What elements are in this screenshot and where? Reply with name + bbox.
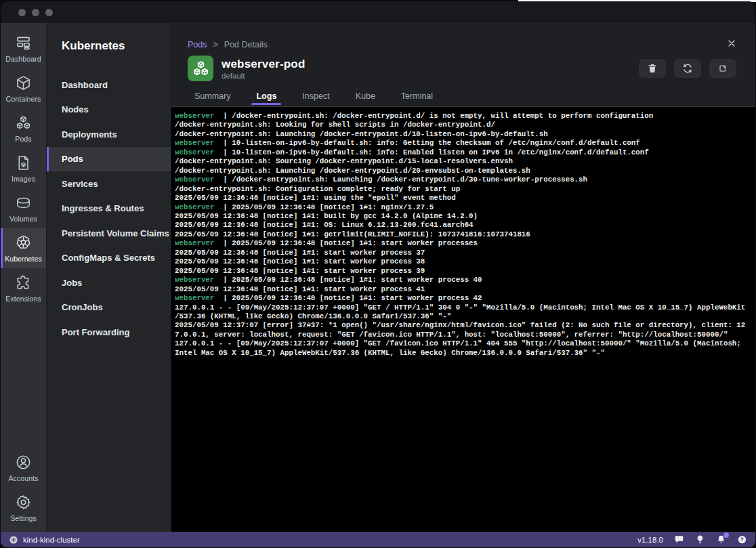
pod-details-header: Pods > Pod Details webserver-pod default… xyxy=(171,23,755,106)
log-line: webserver | /docker-entrypoint.sh: /dock… xyxy=(175,112,753,121)
log-line: webserver | 2025/05/09 12:36:48 [notice]… xyxy=(175,276,753,284)
square-icon xyxy=(717,63,728,74)
sidebar-section-title: Kubernetes xyxy=(47,39,171,53)
log-line: webserver | 2025/05/09 12:36:48 [notice]… xyxy=(175,203,753,212)
settings-icon xyxy=(15,494,32,511)
accounts-icon xyxy=(15,454,32,471)
tab-inspect[interactable]: Inspect xyxy=(302,85,329,107)
restart-pod-button[interactable] xyxy=(674,59,701,78)
log-line: 2025/05/09 12:36:48 [notice] 1#1: start … xyxy=(175,285,753,294)
log-line: /docker-entrypoint.sh: Configuration com… xyxy=(175,185,753,194)
log-line: webserver | 10-listen-on-ipv6-by-default… xyxy=(175,148,753,157)
trash-icon xyxy=(647,63,658,74)
log-container-prefix: webserver xyxy=(175,112,214,120)
log-line: 127.0.0.1 - - [09/May/2025:12:37:07 +000… xyxy=(175,339,753,348)
log-line: webserver | 10-listen-on-ipv6-by-default… xyxy=(175,139,753,148)
nav-item-dashboard[interactable]: Dashboard xyxy=(47,72,171,98)
traffic-light-zoom-button[interactable] xyxy=(45,9,53,16)
log-output[interactable]: webserver | /docker-entrypoint.sh: /dock… xyxy=(171,106,755,532)
sidebar-item-pods[interactable]: Pods xyxy=(1,108,46,148)
breadcrumb: Pods > Pod Details xyxy=(188,40,739,49)
sidebar-item-containers[interactable]: Containers xyxy=(1,68,46,108)
nav-item-persistent-volume-claims[interactable]: Persistent Volume Claims xyxy=(47,221,171,246)
traffic-light-minimize-button[interactable] xyxy=(32,9,39,16)
pod-cubes-icon xyxy=(188,56,213,81)
version-label: v1.18.0 xyxy=(637,536,663,544)
log-line: webserver | /docker-entrypoint.sh: Launc… xyxy=(175,175,753,184)
nav-item-deployments[interactable]: Deployments xyxy=(47,122,171,147)
cluster-icon xyxy=(9,535,18,545)
log-container-prefix: webserver xyxy=(175,175,214,184)
log-line: 7.0.0.1, server: localhost, request: "GE… xyxy=(175,331,753,339)
sidebar-item-images[interactable]: Images xyxy=(1,148,46,188)
sidebar-item-label: Pods xyxy=(15,135,31,143)
lightbulb-icon[interactable] xyxy=(695,534,705,545)
extensions-icon xyxy=(15,274,32,292)
sidebar-item-volumes[interactable]: Volumes xyxy=(1,188,46,228)
nav-item-ingresses-routes[interactable]: Ingresses & Routes xyxy=(47,196,171,222)
log-line: webserver | 2025/05/09 12:36:48 [notice]… xyxy=(175,239,753,248)
traffic-light-close-button[interactable] xyxy=(18,9,26,16)
pod-details-panel: Pods > Pod Details webserver-pod default… xyxy=(171,23,755,532)
log-line: 2025/05/09 12:36:48 [notice] 1#1: start … xyxy=(175,257,753,266)
more-actions-button[interactable] xyxy=(709,59,736,78)
sidebar-item-settings[interactable]: Settings xyxy=(1,488,46,528)
delete-pod-button[interactable] xyxy=(639,59,666,78)
log-line: /docker-entrypoint.sh: Launching /docker… xyxy=(175,167,753,175)
tab-terminal[interactable]: Terminal xyxy=(401,85,433,107)
images-icon xyxy=(15,154,32,172)
dashboard-icon xyxy=(15,35,32,52)
pod-actions xyxy=(639,59,739,78)
activity-bar: DashboardContainersPodsImagesVolumesKube… xyxy=(1,23,47,532)
log-line: 2025/05/09 12:37:07 [error] 37#37: *1 op… xyxy=(175,321,753,330)
breadcrumb-separator: > xyxy=(213,40,218,49)
volumes-icon xyxy=(15,194,32,212)
log-line: /docker-entrypoint.sh: Sourcing /docker-… xyxy=(175,157,753,166)
app-window: DashboardContainersPodsImagesVolumesKube… xyxy=(1,1,755,547)
log-line: 2025/05/09 12:36:48 [notice] 1#1: start … xyxy=(175,267,753,276)
sidebar-item-extensions[interactable]: Extensions xyxy=(1,268,46,308)
log-line: 2025/05/09 12:36:48 [notice] 1#1: OS: Li… xyxy=(175,221,753,230)
nav-item-port-forwarding[interactable]: Port Forwarding xyxy=(47,320,171,345)
containers-icon xyxy=(15,75,32,92)
cluster-status-button[interactable]: kind-kind-cluster xyxy=(9,535,80,545)
log-container-prefix: webserver xyxy=(175,276,214,284)
sidebar-item-label: Images xyxy=(12,175,35,183)
nav-item-services[interactable]: Services xyxy=(47,171,171,196)
status-bar: kind-kind-cluster v1.18.0 ? xyxy=(1,532,755,547)
help-icon[interactable]: ? xyxy=(737,534,747,545)
pods-icon xyxy=(15,114,32,132)
sidebar-item-kubernetes[interactable]: Kubernetes xyxy=(1,228,46,268)
detail-tabs: SummaryLogsInspectKubeTerminal xyxy=(188,85,739,107)
tab-kube[interactable]: Kube xyxy=(356,85,375,107)
page-title: webserver-pod xyxy=(222,58,306,71)
notification-badge xyxy=(723,532,729,538)
sidebar-item-label: Containers xyxy=(6,95,41,103)
chat-icon[interactable] xyxy=(674,534,684,545)
nav-item-pods[interactable]: Pods xyxy=(47,147,171,172)
nav-item-configmaps-secrets[interactable]: ConfigMaps & Secrets xyxy=(47,246,171,271)
sidebar-item-accounts[interactable]: Accounts xyxy=(1,448,46,488)
log-line: /docker-entrypoint.sh: Launching /docker… xyxy=(175,130,753,139)
bell-icon[interactable] xyxy=(716,534,726,545)
sidebar-item-dashboard[interactable]: Dashboard xyxy=(1,28,46,68)
log-line: 2025/05/09 12:36:48 [notice] 1#1: getrli… xyxy=(175,230,753,239)
log-container-prefix: webserver xyxy=(175,139,214,147)
refresh-icon xyxy=(682,63,693,74)
breadcrumb-pods-link[interactable]: Pods xyxy=(188,40,207,49)
log-line: /docker-entrypoint.sh: Looking for shell… xyxy=(175,121,753,129)
nav-item-nodes[interactable]: Nodes xyxy=(47,98,171,123)
log-line: 2025/05/09 12:36:48 [notice] 1#1: built … xyxy=(175,212,753,221)
log-container-prefix: webserver xyxy=(175,239,214,247)
kubernetes-sidebar: Kubernetes DashboardNodesDeploymentsPods… xyxy=(47,23,171,532)
log-line: 127.0.0.1 - - [09/May/2025:12:37:07 +000… xyxy=(175,303,753,312)
cluster-name: kind-kind-cluster xyxy=(23,536,80,544)
titlebar xyxy=(1,1,755,23)
nav-item-cronjobs[interactable]: CronJobs xyxy=(47,295,171,320)
nav-item-jobs[interactable]: Jobs xyxy=(47,270,171,295)
tab-summary[interactable]: Summary xyxy=(194,85,230,107)
tab-logs[interactable]: Logs xyxy=(256,85,276,107)
close-details-button[interactable] xyxy=(726,38,738,50)
log-line: 2025/05/09 12:36:48 [notice] 1#1: using … xyxy=(175,194,753,203)
log-container-prefix: webserver xyxy=(175,294,214,302)
